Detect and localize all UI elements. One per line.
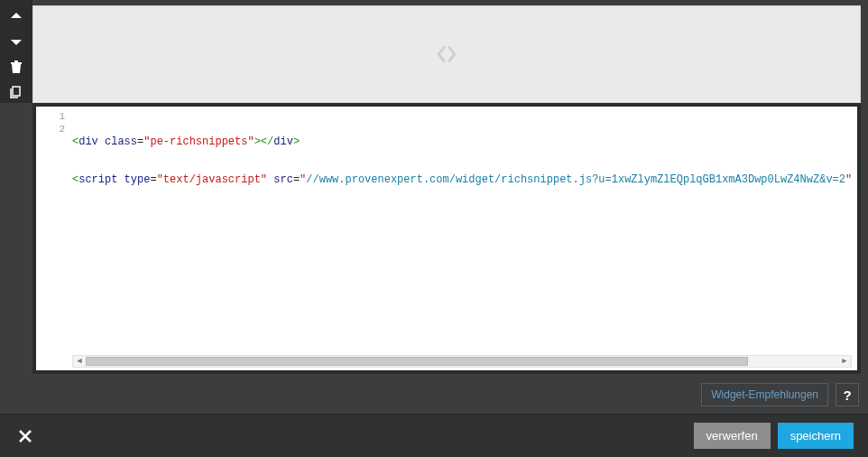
delete-button[interactable] [4, 56, 29, 78]
help-button[interactable]: ? [836, 383, 859, 406]
save-button[interactable]: speichern [778, 423, 854, 449]
footer-bar: verwerfen speichern [0, 414, 868, 457]
editor-modal: 1 2 <div class="pe-richsnippets"></div> … [0, 0, 868, 457]
discard-button[interactable]: verwerfen [694, 423, 771, 449]
move-up-button[interactable] [4, 5, 29, 27]
code-line: <div class="pe-richsnippets"></div> [72, 135, 857, 148]
trash-icon [9, 60, 23, 74]
line-number: 2 [36, 123, 65, 135]
close-icon [18, 429, 32, 443]
close-button[interactable] [13, 424, 38, 449]
copy-icon [9, 85, 23, 99]
preview-pane [32, 5, 861, 103]
line-number-gutter: 1 2 [36, 107, 70, 370]
scroll-left-button[interactable]: ◀ [73, 356, 86, 367]
code-editor[interactable]: 1 2 <div class="pe-richsnippets"></div> … [36, 107, 857, 370]
line-number: 1 [36, 110, 65, 123]
scroll-thumb[interactable] [86, 357, 748, 366]
widget-recommendations-button[interactable]: Widget-Empfehlungen [701, 383, 828, 406]
code-content[interactable]: <div class="pe-richsnippets"></div> <scr… [72, 110, 857, 211]
scroll-track[interactable] [86, 356, 838, 367]
move-down-button[interactable] [4, 31, 29, 52]
chevron-down-icon [9, 34, 23, 49]
horizontal-scrollbar[interactable]: ◀ ▶ [72, 355, 852, 368]
block-tools-sidebar [0, 0, 32, 103]
chevron-up-icon [9, 9, 23, 23]
options-bar: Widget-Empfehlungen ? [32, 380, 861, 409]
scroll-right-button[interactable]: ▶ [838, 356, 851, 367]
code-icon [434, 42, 459, 67]
duplicate-button[interactable] [4, 81, 29, 103]
code-editor-frame: 1 2 <div class="pe-richsnippets"></div> … [32, 103, 861, 374]
code-line: <script type="text/javascript" src="//ww… [72, 173, 857, 186]
